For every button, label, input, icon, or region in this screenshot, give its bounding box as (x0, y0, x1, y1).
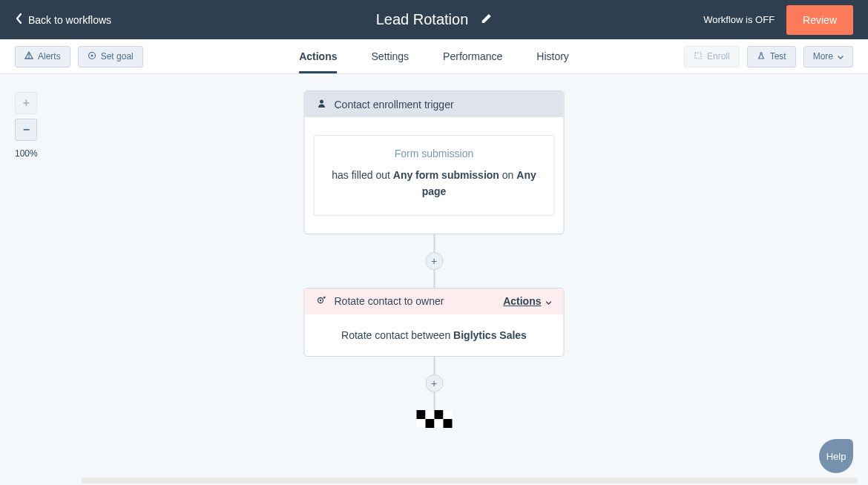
flask-icon (757, 51, 766, 62)
more-button[interactable]: More (803, 46, 853, 67)
card-actions-dropdown[interactable]: Actions (503, 295, 551, 307)
chevron-left-icon (15, 13, 22, 27)
rotate-card-body: Rotate contact between Biglytics Sales (305, 314, 564, 356)
chevron-down-icon (546, 295, 552, 307)
zoom-out-button[interactable]: − (15, 119, 37, 141)
enroll-button: Enroll (684, 46, 740, 67)
more-label: More (813, 51, 833, 62)
rotate-card[interactable]: Rotate contact to owner Actions Rotate c… (304, 288, 565, 357)
svg-point-5 (320, 300, 321, 301)
workflow-column: Contact enrollment trigger Form submissi… (304, 90, 565, 428)
tab-actions[interactable]: Actions (299, 39, 337, 73)
set-goal-label: Set goal (101, 51, 134, 62)
chevron-down-icon (838, 51, 844, 62)
alerts-label: Alerts (38, 51, 61, 62)
toolbar: Alerts Set goal Actions Settings Perform… (0, 39, 868, 74)
trigger-header-label: Contact enrollment trigger (335, 99, 454, 110)
test-label: Test (770, 51, 786, 62)
trigger-condition-panel: Form submission has filled out Any form … (314, 135, 555, 216)
back-label: Back to workflows (28, 14, 111, 26)
rotate-icon (317, 295, 327, 308)
connector-line (433, 357, 435, 375)
header-title-group: Lead Rotation (376, 11, 493, 28)
trigger-card[interactable]: Contact enrollment trigger Form submissi… (304, 90, 565, 234)
trigger-tag: Form submission (325, 148, 544, 159)
rotate-card-header: Rotate contact to owner Actions (305, 288, 564, 314)
back-to-workflows-link[interactable]: Back to workflows (15, 13, 111, 27)
help-button[interactable]: Help (819, 439, 853, 473)
horizontal-scrollbar[interactable] (82, 478, 858, 484)
actions-dropdown-label: Actions (503, 295, 541, 307)
workflow-status: Workflow is OFF (703, 14, 775, 25)
trigger-card-header: Contact enrollment trigger (305, 91, 564, 117)
enroll-label: Enroll (707, 51, 730, 62)
trigger-card-body: Form submission has filled out Any form … (305, 117, 564, 234)
header-right: Workflow is OFF Review (703, 5, 853, 35)
svg-point-1 (91, 54, 93, 56)
add-action-button[interactable]: + (425, 375, 443, 392)
set-goal-button[interactable]: Set goal (78, 46, 143, 67)
workflow-end-marker (416, 410, 452, 428)
svg-rect-2 (695, 53, 701, 59)
zoom-in-button: + (15, 92, 37, 114)
test-button[interactable]: Test (747, 46, 796, 67)
enroll-icon (694, 51, 703, 62)
nav-tabs: Actions Settings Performance History (299, 39, 569, 73)
page-header: Back to workflows Lead Rotation Workflow… (0, 0, 868, 39)
contact-icon (317, 98, 327, 110)
svg-point-3 (320, 100, 323, 104)
warning-icon (24, 51, 33, 62)
rotate-header-label: Rotate contact to owner (335, 295, 444, 307)
connector-line (433, 392, 435, 410)
target-icon (88, 51, 96, 62)
pencil-icon[interactable] (480, 13, 492, 27)
tab-performance[interactable]: Performance (443, 39, 502, 73)
connector-line (433, 270, 435, 288)
add-action-button[interactable]: + (425, 252, 443, 270)
zoom-level: 100% (15, 148, 38, 159)
review-button[interactable]: Review (786, 5, 853, 35)
tab-history[interactable]: History (536, 39, 569, 73)
connector-line (433, 234, 435, 252)
alerts-button[interactable]: Alerts (15, 46, 70, 67)
tab-settings[interactable]: Settings (372, 39, 410, 73)
workflow-title: Lead Rotation (376, 11, 469, 28)
trigger-text: has filled out Any form submission on An… (325, 167, 544, 200)
workflow-canvas[interactable]: + − 100% Contact enrollment trigger Form… (0, 74, 868, 485)
zoom-controls: + − 100% (15, 92, 38, 159)
